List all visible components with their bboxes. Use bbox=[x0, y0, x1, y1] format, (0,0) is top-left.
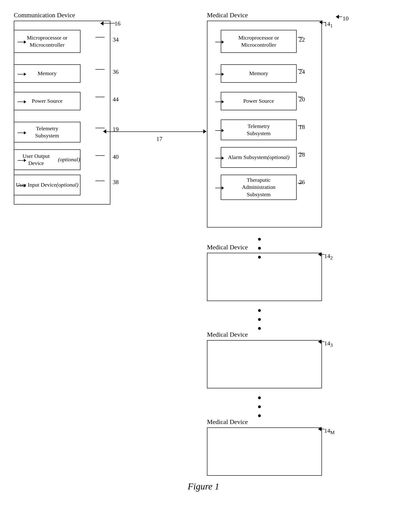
ref-38-text: 38 bbox=[113, 179, 119, 186]
ref-40-line bbox=[95, 155, 105, 156]
med-device-2-label: Medical Device bbox=[207, 244, 248, 251]
figure-label: Figure 1 bbox=[188, 481, 219, 492]
diagram-area: Communication Device 16 Microprocessor o… bbox=[0, 0, 407, 506]
med-device-1-label: Medical Device bbox=[207, 11, 248, 19]
ref-38-line bbox=[95, 181, 105, 181]
ref-18-text: 18 bbox=[299, 124, 305, 131]
ref-17-text: 17 bbox=[156, 136, 162, 142]
ref-14-2-arrow bbox=[318, 252, 321, 256]
ref-14-3-line bbox=[321, 341, 324, 342]
med-outer-box-m bbox=[207, 427, 322, 476]
ref-14-3-text: 143 bbox=[324, 340, 333, 348]
bidir-arrow-left bbox=[103, 129, 106, 133]
ref-14-3-arrow bbox=[318, 340, 321, 344]
dots-separator-3: ●●● bbox=[258, 393, 261, 420]
ref-28-text: 28 bbox=[299, 151, 305, 158]
ref-10-arrow bbox=[336, 15, 339, 19]
med-micro-arrow bbox=[215, 40, 224, 44]
bidir-arrow-right bbox=[203, 129, 206, 133]
ref-44-text: 44 bbox=[113, 96, 119, 103]
comm-power-arrow bbox=[17, 100, 26, 103]
med-outer-box-3 bbox=[207, 340, 322, 388]
bidir-arrow-line bbox=[105, 131, 206, 132]
med-theraputic-arrow bbox=[215, 186, 224, 190]
ref-16-text: 16 bbox=[115, 20, 120, 27]
ref-10-text: 10 bbox=[343, 15, 349, 22]
ref-36-line bbox=[95, 69, 105, 70]
ref-14-m-arrow bbox=[318, 427, 321, 431]
ref-24-text: 24 bbox=[299, 69, 305, 75]
med-power-box: Power Source bbox=[221, 92, 297, 110]
med-memory-box: Memory bbox=[221, 64, 297, 83]
comm-output-arrow bbox=[17, 159, 26, 162]
comm-input-arrow bbox=[17, 184, 26, 187]
ref-36-text: 36 bbox=[113, 69, 119, 75]
ref-14-1-text: 141 bbox=[324, 21, 333, 29]
med-theraputic-box: TheraputicAdministrationSubsystem bbox=[221, 175, 297, 200]
comm-micro-arrow bbox=[17, 40, 26, 44]
comm-memory-arrow bbox=[17, 73, 26, 76]
med-telemetry-box: TelemetrySubsystem bbox=[221, 119, 297, 140]
dots-separator-2: ●●● bbox=[258, 306, 261, 333]
ref-22-text: 22 bbox=[299, 36, 305, 43]
ref-44-line bbox=[95, 97, 105, 97]
ref-19-line bbox=[95, 128, 105, 128]
comm-telemetry-arrow bbox=[17, 131, 26, 134]
ref-10-line bbox=[339, 16, 342, 17]
ref-14-m-text: 14M bbox=[324, 427, 335, 435]
ref-34-text: 34 bbox=[113, 36, 119, 43]
med-telemetry-arrow bbox=[215, 129, 224, 132]
med-memory-arrow bbox=[215, 73, 224, 76]
ref-20-text: 20 bbox=[299, 96, 305, 103]
med-alarm-box: Alarm Subsystem(optional) bbox=[221, 147, 297, 168]
ref-16-line bbox=[103, 23, 115, 23]
ref-26-text: 26 bbox=[299, 179, 305, 186]
ref-34-line bbox=[95, 37, 105, 38]
ref-14-1-arrow bbox=[319, 20, 322, 24]
ref-16-arrow bbox=[100, 21, 103, 25]
ref-14-2-text: 142 bbox=[324, 253, 333, 261]
comm-device-label: Communication Device bbox=[14, 11, 75, 19]
med-outer-box-2 bbox=[207, 253, 322, 301]
ref-14-m-line bbox=[321, 429, 324, 429]
med-device-m-label: Medical Device bbox=[207, 418, 248, 426]
med-microprocessor-box: Microprocessor orMicrocontroller bbox=[221, 30, 297, 53]
med-alarm-arrow bbox=[215, 156, 224, 160]
ref-14-2-line bbox=[321, 254, 324, 255]
ref-40-text: 40 bbox=[113, 154, 119, 160]
med-device-3-label: Medical Device bbox=[207, 331, 248, 338]
med-power-arrow bbox=[215, 100, 224, 103]
